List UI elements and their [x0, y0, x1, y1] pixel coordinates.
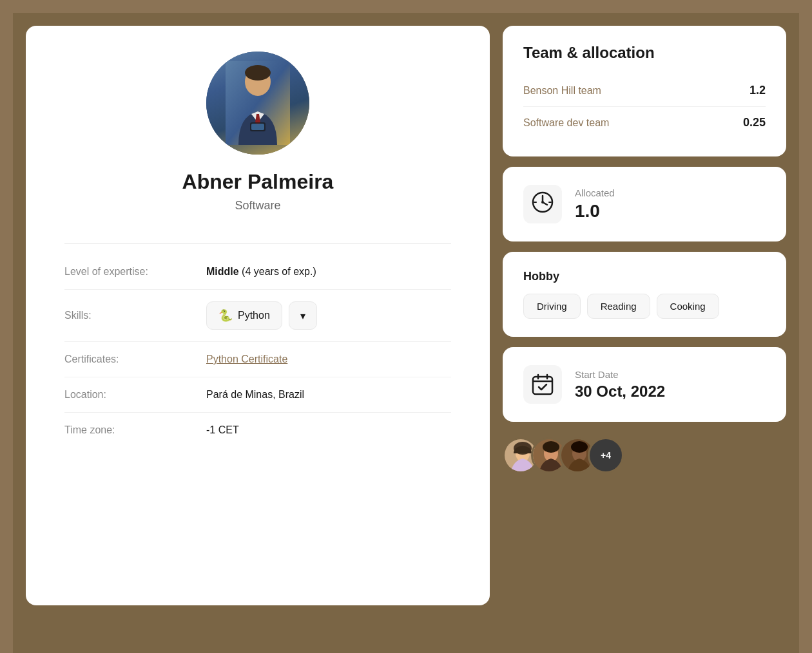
person-role: Software: [235, 199, 280, 213]
right-column: Team & allocation Benson Hill team 1.2 S…: [503, 26, 786, 478]
timezone-label: Time zone:: [64, 424, 206, 436]
avatar-more-count: +4: [601, 450, 611, 460]
allocated-card: Allocated 1.0: [503, 167, 786, 241]
team-allocation-card: Team & allocation Benson Hill team 1.2 S…: [503, 26, 786, 156]
location-row: Location: Pará de Minas, Brazil: [64, 377, 451, 413]
certificates-label: Certificates:: [64, 354, 206, 365]
svg-point-2: [245, 65, 271, 80]
start-date-value: 30 Oct, 2022: [575, 383, 665, 401]
team-row-1: Benson Hill team 1.2: [523, 75, 766, 107]
svg-point-23: [571, 441, 588, 453]
start-date-label: Start Date: [575, 369, 665, 380]
skills-container: 🐍 Python ▾: [206, 301, 451, 330]
team-member-avatars: +4: [503, 432, 786, 478]
timezone-row: Time zone: -1 CET: [64, 413, 451, 448]
expertise-row: Level of expertise: Middle (4 years of e…: [64, 254, 451, 290]
svg-rect-11: [533, 377, 552, 394]
certificates-row: Certificates: Python Certificate: [64, 342, 451, 377]
expertise-value: Middle (4 years of exp.): [206, 266, 451, 278]
team-name-1: Benson Hill team: [523, 85, 601, 97]
profile-card: Abner Palmeira Software Level of experti…: [26, 26, 490, 605]
avatar: [206, 52, 309, 155]
start-date-card: Start Date 30 Oct, 2022: [503, 347, 786, 422]
svg-line-8: [543, 202, 547, 205]
expertise-label: Level of expertise:: [64, 266, 206, 278]
hobby-tag-reading: Reading: [587, 294, 650, 319]
chevron-down-icon: ▾: [300, 310, 305, 322]
expertise-extra: (4 years of exp.): [239, 266, 316, 277]
location-value: Pará de Minas, Brazil: [206, 389, 451, 401]
skills-dropdown-button[interactable]: ▾: [289, 301, 317, 330]
team-row-2: Software dev team 0.25: [523, 107, 766, 138]
team-allocation-2: 0.25: [743, 116, 766, 129]
hobby-title: Hobby: [523, 270, 766, 283]
python-skill-name: Python: [238, 310, 270, 321]
skills-row: Skills: 🐍 Python ▾: [64, 290, 451, 342]
team-avatar-more: +4: [588, 437, 624, 473]
certificates-value: Python Certificate: [206, 354, 451, 365]
certificate-link[interactable]: Python Certificate: [206, 354, 287, 364]
skills-label: Skills:: [64, 310, 206, 321]
clock-icon-box: [523, 185, 562, 223]
hobby-tag-driving: Driving: [523, 294, 581, 319]
timezone-value: -1 CET: [206, 424, 451, 436]
allocated-label: Allocated: [575, 187, 615, 198]
team-name-2: Software dev team: [523, 117, 609, 129]
skills-value: 🐍 Python ▾: [206, 301, 451, 330]
avatar-image: [206, 52, 309, 155]
person-name: Abner Palmeira: [182, 170, 334, 194]
allocated-value: 1.0: [575, 201, 615, 222]
profile-info-table: Level of expertise: Middle (4 years of e…: [64, 254, 451, 448]
team-rows: Benson Hill team 1.2 Software dev team 0…: [523, 75, 766, 138]
clock-icon: [531, 191, 554, 218]
svg-rect-4: [251, 124, 264, 130]
svg-point-20: [543, 441, 559, 453]
hobby-tags: Driving Reading Cooking: [523, 294, 766, 319]
screen: Abner Palmeira Software Level of experti…: [13, 13, 799, 653]
calendar-icon-box: [523, 365, 562, 404]
team-allocation-1: 1.2: [749, 84, 766, 97]
expertise-level: Middle: [206, 266, 239, 277]
start-date-info: Start Date 30 Oct, 2022: [575, 369, 665, 401]
hobby-card: Hobby Driving Reading Cooking: [503, 252, 786, 337]
python-skill-badge: 🐍 Python: [206, 301, 282, 330]
python-icon: 🐍: [218, 308, 233, 323]
location-label: Location:: [64, 389, 206, 401]
profile-divider: [64, 243, 451, 244]
team-allocation-title: Team & allocation: [523, 44, 766, 62]
hobby-tag-cooking: Cooking: [657, 294, 719, 319]
allocated-info: Allocated 1.0: [575, 187, 615, 222]
